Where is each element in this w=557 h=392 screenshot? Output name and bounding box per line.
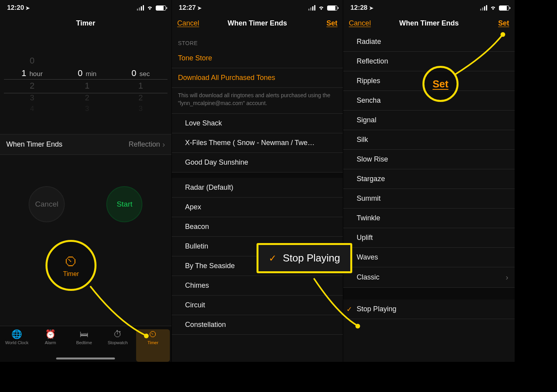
- screen-sounds-top: 12:27 ➤ Cancel When Timer Ends Set STORE…: [172, 0, 344, 362]
- wifi-icon: [490, 5, 497, 11]
- chevron-right-icon: ›: [506, 273, 508, 282]
- ringtone-item[interactable]: Good Day Sunshine: [172, 153, 343, 172]
- page-title: Timer: [76, 19, 95, 27]
- tone-item[interactable]: Sencha: [343, 91, 515, 111]
- tone-item[interactable]: By The Seaside: [172, 256, 343, 276]
- status-time: 12:20: [7, 4, 24, 12]
- tone-item[interactable]: Radiate: [343, 32, 515, 52]
- status-bar: 12:20 ➤: [0, 0, 171, 14]
- globe-icon: 🌐: [11, 329, 23, 339]
- ringtone-item[interactable]: X-Files Theme ( Snow - Newman / Twe…: [172, 133, 343, 153]
- bed-icon: 🛏: [78, 329, 90, 339]
- tone-item[interactable]: Ripples: [343, 71, 515, 91]
- status-bar: 12:27 ➤: [172, 0, 343, 14]
- screen-sounds-bottom: 12:28 ➤ Cancel When Timer Ends Set Radia…: [343, 0, 515, 362]
- tone-item[interactable]: Twinkle: [343, 209, 515, 228]
- tone-item[interactable]: Circuit: [172, 296, 343, 315]
- tone-item[interactable]: Uplift: [343, 228, 515, 248]
- when-timer-ends-value: Reflection: [129, 140, 160, 149]
- stopwatch-icon: ⏱: [112, 329, 124, 339]
- cellular-icon: [137, 5, 144, 11]
- tone-list[interactable]: Radiate Reflection Ripples Sencha Signal…: [343, 32, 515, 362]
- alarm-icon: ⏰: [45, 329, 56, 339]
- tone-item[interactable]: Stargaze: [343, 169, 515, 189]
- tone-item[interactable]: Beacon: [172, 217, 343, 237]
- cancel-button[interactable]: Cancel: [177, 19, 199, 27]
- section-header-store: STORE: [172, 32, 343, 49]
- location-icon: ➤: [369, 5, 373, 11]
- battery-icon: [156, 5, 166, 11]
- tab-bar: 🌐 World Clock ⏰ Alarm 🛏 Bedtime ⏱ Stopwa…: [0, 326, 171, 362]
- status-time: 12:28: [350, 4, 367, 12]
- picker-seconds[interactable]: 0sec 1 2 3: [131, 56, 150, 118]
- wifi-icon: [318, 5, 325, 11]
- location-icon: ➤: [197, 5, 202, 11]
- nav-header: Cancel When Timer Ends Set: [172, 14, 343, 32]
- tone-item[interactable]: Silk: [343, 130, 515, 150]
- tone-list[interactable]: STORE Tone Store Download All Purchased …: [172, 32, 343, 362]
- location-icon: ➤: [25, 5, 30, 11]
- wifi-icon: [146, 5, 153, 11]
- tab-alarm[interactable]: ⏰ Alarm: [34, 329, 67, 362]
- page-title: When Timer Ends: [399, 19, 459, 27]
- status-time: 12:27: [179, 4, 196, 12]
- cancel-button[interactable]: Cancel: [349, 19, 371, 27]
- tone-item[interactable]: Summit: [343, 189, 515, 209]
- timer-icon: ⏲: [147, 329, 159, 339]
- cellular-icon: [308, 5, 315, 11]
- action-buttons: Cancel Start: [0, 186, 171, 222]
- when-timer-ends-label: When Timer Ends: [6, 140, 62, 149]
- chevron-right-icon: ›: [162, 140, 165, 149]
- tab-timer[interactable]: ⏲ Timer: [136, 329, 170, 362]
- cellular-icon: [480, 5, 487, 11]
- time-picker[interactable]: 0 1hour 2 3 4 0min 1 2 3 0sec 1 2 3: [0, 56, 171, 118]
- download-note: This will download all ringtones and ale…: [172, 88, 343, 114]
- tone-item[interactable]: Signal: [343, 111, 515, 130]
- battery-icon: [499, 5, 509, 11]
- when-timer-ends-row[interactable]: When Timer Ends Reflection ›: [0, 134, 171, 155]
- tab-stopwatch[interactable]: ⏱ Stopwatch: [101, 329, 135, 362]
- download-all-link[interactable]: Download All Purchased Tones: [172, 68, 343, 88]
- tone-item[interactable]: Slow Rise: [343, 150, 515, 169]
- stop-playing-row[interactable]: ✓ Stop Playing: [343, 299, 515, 319]
- page-title: When Timer Ends: [228, 19, 287, 27]
- nav-header: Timer: [0, 14, 171, 32]
- ringtone-item[interactable]: Love Shack: [172, 114, 343, 133]
- tone-item[interactable]: Bulletin: [172, 237, 343, 256]
- nav-header: Cancel When Timer Ends Set: [343, 14, 515, 32]
- screen-timer: 12:20 ➤ Timer 0 1hour 2 3 4 0mi: [0, 0, 172, 362]
- tone-item[interactable]: Reflection: [343, 52, 515, 71]
- set-button[interactable]: Set: [326, 19, 337, 27]
- tone-item[interactable]: Radar (Default): [172, 178, 343, 198]
- tone-store-link[interactable]: Tone Store: [172, 49, 343, 68]
- tone-item[interactable]: Constellation: [172, 315, 343, 335]
- tab-worldclock[interactable]: 🌐 World Clock: [0, 329, 34, 362]
- tone-item[interactable]: Apex: [172, 198, 343, 217]
- tone-item[interactable]: Waves: [343, 248, 515, 267]
- start-button[interactable]: Start: [106, 186, 142, 222]
- set-button[interactable]: Set: [498, 19, 509, 27]
- tab-bedtime[interactable]: 🛏 Bedtime: [67, 329, 101, 362]
- tone-item[interactable]: Chimes: [172, 276, 343, 296]
- cancel-button[interactable]: Cancel: [29, 186, 65, 222]
- picker-hours[interactable]: 0 1hour 2 3 4: [22, 56, 43, 118]
- classic-row[interactable]: Classic ›: [343, 267, 515, 288]
- battery-icon: [327, 5, 337, 11]
- home-indicator[interactable]: [56, 358, 115, 359]
- picker-minutes[interactable]: 0min 1 2 3: [78, 56, 96, 118]
- status-bar: 12:28 ➤: [343, 0, 515, 14]
- checkmark-icon: ✓: [346, 305, 352, 314]
